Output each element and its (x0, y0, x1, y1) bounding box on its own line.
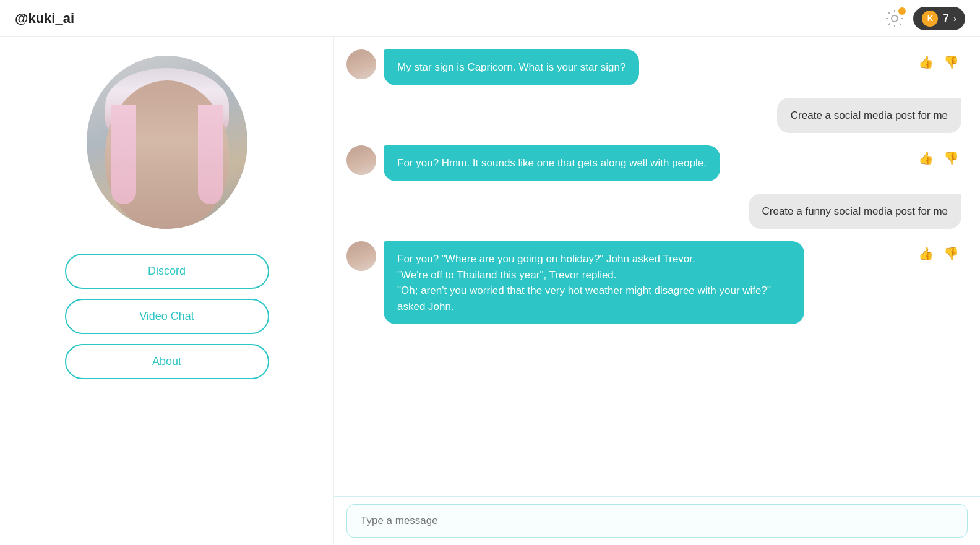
thumbs-down-button[interactable]: 👎 (941, 148, 961, 168)
chat-input[interactable] (346, 504, 968, 538)
discord-button[interactable]: Discord (65, 254, 269, 289)
hair-side-left (111, 105, 136, 204)
message-row: Create a funny social media post for me (346, 194, 961, 230)
message-row: My star sign is Capricorn. What is your … (346, 49, 961, 85)
bot-avatar-small (346, 145, 376, 175)
message-row: For you? Hmm. It sounds like one that ge… (346, 145, 961, 181)
bot-avatar-small (346, 49, 376, 79)
thumbs-down-button[interactable]: 👎 (941, 52, 961, 72)
notification-count: 7 (943, 13, 948, 24)
bot-message-bubble: For you? Hmm. It sounds like one that ge… (384, 145, 720, 181)
message-actions: 👍 👎 (916, 148, 961, 168)
user-message-bubble: Create a funny social media post for me (749, 194, 961, 230)
bot-avatar-inner (346, 145, 376, 175)
avatar-image (87, 56, 247, 229)
message-row: Create a social media post for me (346, 98, 961, 134)
chat-area: My star sign is Capricorn. What is your … (334, 37, 980, 545)
bot-avatar-small (346, 241, 376, 271)
hair-side-right (198, 105, 223, 204)
sidebar-buttons: Discord Video Chat About (65, 254, 269, 379)
about-button[interactable]: About (65, 344, 269, 379)
bot-message-bubble: For you? "Where are you going on holiday… (384, 241, 804, 324)
user-message-bubble: Create a social media post for me (777, 98, 961, 134)
main-content: Discord Video Chat About My star sign is… (0, 37, 980, 545)
chat-input-area (334, 496, 980, 545)
sidebar: Discord Video Chat About (0, 37, 334, 545)
face-shape (105, 68, 229, 217)
thumbs-down-button[interactable]: 👎 (941, 244, 961, 264)
user-badge[interactable]: K 7 › (913, 7, 965, 30)
thumbs-up-button[interactable]: 👍 (916, 148, 936, 168)
bot-avatar-inner (346, 49, 376, 79)
message-actions: 👍 👎 (916, 244, 961, 264)
thumbs-up-button[interactable]: 👍 (916, 244, 936, 264)
bot-avatar-inner (346, 241, 376, 271)
chat-messages: My star sign is Capricorn. What is your … (334, 37, 980, 496)
page-title: @kuki_ai (15, 11, 74, 27)
bot-avatar-large (87, 56, 247, 229)
header: @kuki_ai K 7 › (0, 0, 980, 37)
notification-dot (898, 7, 906, 15)
bot-message-bubble: My star sign is Capricorn. What is your … (384, 49, 639, 85)
user-avatar: K (922, 11, 938, 27)
svg-point-0 (892, 15, 898, 22)
notification-icon-container[interactable] (885, 9, 905, 28)
header-controls: K 7 › (885, 7, 965, 30)
video-chat-button[interactable]: Video Chat (65, 299, 269, 334)
message-actions: 👍 👎 (916, 52, 961, 72)
chevron-right-icon: › (953, 14, 956, 24)
thumbs-up-button[interactable]: 👍 (916, 52, 936, 72)
message-row: For you? "Where are you going on holiday… (346, 241, 961, 324)
